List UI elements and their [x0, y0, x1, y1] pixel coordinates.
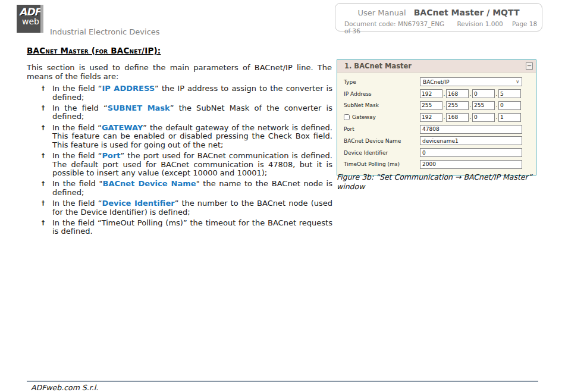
list-item: †In the field “IP ADDRESS” the IP addres…: [40, 84, 332, 102]
document-header: User Manual BACnet Master / MQTT Documen…: [335, 3, 542, 32]
gateway-label: Gateway: [352, 114, 376, 120]
figure-caption: Figure 3b: "Set Communication → BACnet/I…: [337, 173, 547, 191]
form-row-ip-address: IP Address . . .: [337, 88, 536, 100]
device-name-input[interactable]: [420, 136, 522, 145]
logo-text-web: web: [17, 17, 43, 26]
field-keyword: Port: [102, 151, 120, 160]
doc-title: BACnet Master / MQTT: [414, 8, 520, 17]
ip-address-octet-1[interactable]: [420, 89, 442, 98]
bullet-text: In the field “: [52, 123, 102, 132]
bullet-text: In the field ": [52, 179, 103, 188]
doc-type-label: User Manual: [358, 8, 406, 17]
port-label: Port: [344, 126, 420, 132]
gateway-label-group: Gateway: [344, 114, 420, 120]
bullet-text: In the field “: [52, 84, 102, 93]
bullet-icon: †: [42, 219, 45, 228]
device-identifier-label: Device Identifier: [344, 150, 420, 156]
type-select-value: BACnet/IP: [423, 79, 516, 85]
section-intro: This section is used to define the main …: [27, 63, 332, 81]
ip-address-octet-3[interactable]: [472, 89, 495, 98]
subnet-mask-octet-1[interactable]: [420, 101, 442, 110]
list-item: †In the field “Device Identifier” the nu…: [40, 199, 332, 217]
logo-text-adf: ADF: [17, 5, 43, 17]
port-input[interactable]: [420, 125, 522, 134]
subnet-mask-octet-3[interactable]: [472, 101, 495, 110]
bullet-icon: †: [42, 199, 45, 208]
gateway-checkbox[interactable]: [344, 114, 350, 120]
field-keyword: SUBNET Mask: [108, 104, 170, 112]
list-item: †In the field “GATEWAY” the default gate…: [40, 124, 332, 150]
field-description-list: †In the field “IP ADDRESS” the IP addres…: [40, 84, 332, 239]
gateway-octet-3[interactable]: [472, 113, 495, 122]
field-keyword: BACnet Device Name: [103, 179, 196, 188]
form-row-device-name: BACnet Device Name: [337, 135, 536, 147]
type-label: Type: [344, 79, 420, 85]
gateway-octet-2[interactable]: [446, 113, 469, 122]
bullet-icon: †: [42, 124, 45, 133]
document-header-meta-row: Document code: MN67937_ENG Revision 1.00…: [344, 20, 542, 35]
gateway-octet-1[interactable]: [420, 113, 442, 122]
bullet-icon: †: [42, 84, 45, 93]
list-item: †In the field “TimeOut Polling (ms)” the…: [40, 219, 332, 236]
bacnet-master-window: 1. BACnet Master − Type BACnet/IP ∨ IP A…: [337, 59, 536, 175]
collapse-button[interactable]: −: [526, 62, 533, 70]
window-title: 1. BACnet Master: [344, 62, 526, 70]
subnet-mask-octet-4[interactable]: [498, 101, 521, 110]
form-row-type: Type BACnet/IP ∨: [337, 76, 536, 88]
chevron-down-icon: ∨: [516, 80, 519, 84]
bullet-text: In the field “: [52, 104, 108, 112]
ip-address-octet-4[interactable]: [498, 89, 521, 98]
form-row-port: Port: [337, 123, 536, 135]
list-item: †In the field “Port” the port used for B…: [40, 152, 332, 178]
form-row-timeout-polling: TimeOut Polling (ms): [337, 159, 536, 171]
ip-address-octet-2[interactable]: [446, 89, 469, 98]
footer-company: ADFweb.com S.r.l.: [31, 383, 98, 392]
brand-tagline: Industrial Electronic Devices: [50, 27, 160, 36]
list-item: †In the field “SUBNET Mask” the SubNet M…: [40, 104, 332, 121]
window-body: Type BACnet/IP ∨ IP Address . . .: [337, 73, 536, 175]
bullet-icon: †: [42, 180, 45, 189]
timeout-polling-input[interactable]: [420, 160, 522, 169]
field-keyword: Device Identifier: [102, 199, 174, 208]
ip-address-inputs: . . .: [420, 89, 522, 98]
bullet-icon: †: [42, 152, 45, 161]
subnet-mask-inputs: . . .: [420, 101, 522, 110]
document-code: Document code: MN67937_ENG: [344, 20, 444, 27]
form-row-subnet-mask: SubNet Mask . . .: [337, 100, 536, 112]
gateway-octet-4[interactable]: [498, 113, 521, 122]
ip-address-label: IP Address: [344, 91, 420, 97]
section-title: BACnet Master (for BACnet/IP):: [27, 46, 161, 55]
bullet-text: In the field “TimeOut Polling (ms)” the …: [52, 218, 332, 236]
field-keyword: IP ADDRESS: [102, 84, 155, 93]
form-row-gateway: Gateway . . .: [337, 111, 536, 123]
bullet-icon: †: [42, 104, 45, 113]
timeout-polling-label: TimeOut Polling (ms): [344, 161, 420, 167]
window-titlebar: 1. BACnet Master −: [337, 60, 536, 73]
gateway-inputs: . . .: [420, 113, 522, 122]
footer-divider: [27, 381, 538, 382]
field-keyword: GATEWAY: [102, 123, 143, 132]
adfweb-logo: ADF web: [17, 5, 43, 33]
revision-label: Revision 1.000: [457, 20, 503, 27]
form-row-device-identifier: Device Identifier: [337, 147, 536, 159]
device-name-label: BACnet Device Name: [344, 138, 420, 144]
subnet-mask-octet-2[interactable]: [446, 101, 469, 110]
list-item: †In the field "BACnet Device Name" the n…: [40, 180, 332, 197]
manual-page: ADF web Industrial Electronic Devices Us…: [0, 0, 565, 392]
device-identifier-input[interactable]: [420, 148, 522, 157]
subnet-mask-label: SubNet Mask: [344, 102, 420, 108]
bullet-text: In the field “: [52, 199, 102, 208]
document-header-title-row: User Manual BACnet Master / MQTT: [335, 8, 542, 17]
type-select[interactable]: BACnet/IP ∨: [420, 77, 522, 86]
bullet-text: In the field “: [52, 151, 102, 160]
